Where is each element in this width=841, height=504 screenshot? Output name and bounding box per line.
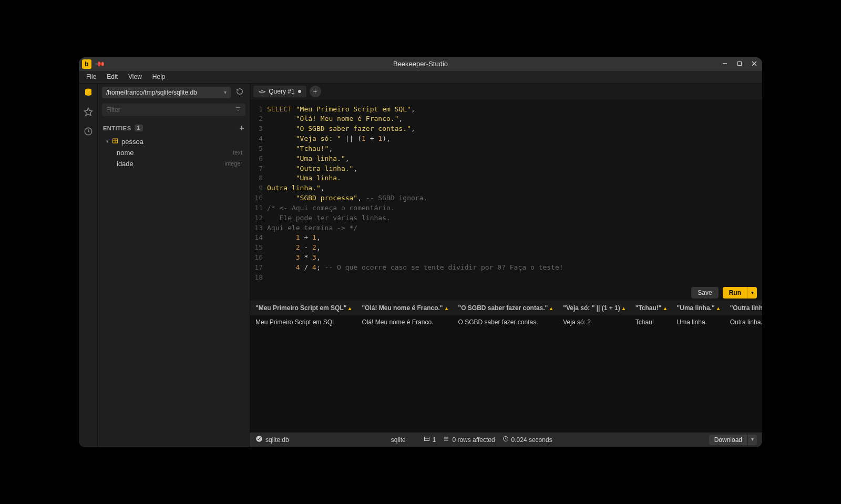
star-icon[interactable]: [84, 107, 93, 118]
results-cell: Uma linha.: [672, 315, 725, 329]
tab-label: Query #1: [269, 88, 294, 95]
chevron-down-icon: ▾: [106, 139, 109, 144]
chevron-down-icon: ▾: [224, 89, 227, 95]
results-column-header[interactable]: "Olá! Meu nome é Franco."▴: [356, 301, 453, 315]
download-button[interactable]: Download: [709, 435, 747, 445]
download-dropdown-button[interactable]: ▾: [747, 435, 757, 445]
side-icon-strip: [79, 84, 98, 447]
results-cell: Olá! Meu nome é Franco.: [356, 315, 453, 329]
menu-view[interactable]: View: [124, 72, 146, 81]
tab-query-1[interactable]: <> Query #1: [253, 86, 306, 97]
clock-icon: [502, 436, 509, 444]
save-button[interactable]: Save: [691, 287, 718, 299]
table-row[interactable]: Meu Primeiro Script em SQLOlá! Meu nome …: [250, 315, 762, 329]
maximize-button[interactable]: [735, 60, 744, 68]
table-icon: [112, 138, 118, 146]
entities-count: 1: [135, 125, 143, 131]
entities-header: ENTITIES 1 +: [98, 118, 250, 136]
editor-code[interactable]: SELECT "Meu Primeiro Script em SQL", "Ol…: [267, 105, 762, 283]
column-name: nome: [117, 149, 134, 157]
editor-gutter: 123456789101112131415161718: [250, 105, 267, 283]
status-rows-affected: 0 rows affected: [452, 436, 495, 444]
status-elapsed: 0.024 seconds: [511, 436, 552, 444]
titlebar[interactable]: b 📌 Beekeeper-Studio: [79, 57, 762, 71]
sql-editor[interactable]: 123456789101112131415161718 SELECT "Meu …: [250, 100, 762, 285]
run-button[interactable]: Run: [723, 287, 747, 299]
results-cell: Meu Primeiro Script em SQL: [250, 315, 356, 329]
menu-help[interactable]: Help: [148, 72, 170, 81]
results-cell: O SGBD saber fazer contas.: [453, 315, 558, 329]
svg-marker-2: [84, 108, 92, 115]
minimize-button[interactable]: [720, 60, 730, 68]
entities-label: ENTITIES: [103, 125, 131, 131]
results-cell: Tchau!: [630, 315, 672, 329]
run-bar: Save Run ▾: [250, 285, 762, 301]
menu-file[interactable]: File: [82, 72, 100, 81]
connection-dropdown[interactable]: /home/franco/tmp/sqlite/sqlite.db ▾: [102, 87, 231, 98]
main-panel: <> Query #1 + 12345678910111213141516171…: [250, 84, 762, 447]
menubar: File Edit View Help: [79, 71, 762, 84]
code-icon: <>: [259, 88, 265, 95]
check-icon: [255, 435, 263, 444]
results-column-header[interactable]: "Tchau!"▴: [630, 301, 672, 315]
run-dropdown-button[interactable]: ▾: [747, 287, 757, 299]
add-entity-button[interactable]: +: [239, 124, 244, 133]
results-column-header[interactable]: "Meu Primeiro Script em SQL"▴: [250, 301, 356, 315]
close-button[interactable]: [750, 60, 759, 68]
results-cell: Outra linha.: [725, 315, 762, 329]
column-item[interactable]: nome text: [101, 147, 247, 158]
results-header-row: "Meu Primeiro Script em SQL"▴"Olá! Meu n…: [250, 301, 762, 315]
results-cell: Veja só: 2: [558, 315, 630, 329]
database-icon[interactable]: [84, 88, 93, 99]
app-window: b 📌 Beekeeper-Studio File Edit View Help: [79, 57, 762, 447]
add-tab-button[interactable]: +: [310, 86, 321, 97]
results-table: "Meu Primeiro Script em SQL"▴"Olá! Meu n…: [250, 301, 762, 329]
window-title: Beekeeper-Studio: [393, 60, 448, 68]
results-panel[interactable]: "Meu Primeiro Script em SQL"▴"Olá! Meu n…: [250, 301, 762, 433]
table-item-pessoa[interactable]: ▾ pessoa: [101, 136, 247, 147]
svg-rect-11: [424, 437, 429, 441]
entity-tree: ▾ pessoa nome text idade integer: [98, 136, 250, 169]
refresh-icon[interactable]: [234, 88, 245, 97]
column-name: idade: [117, 160, 134, 168]
tab-bar: <> Query #1 +: [250, 84, 762, 100]
unsaved-dot-icon: [298, 90, 301, 93]
pin-icon[interactable]: 📌: [94, 58, 106, 70]
column-type: integer: [224, 160, 242, 167]
filter-input[interactable]: [102, 104, 245, 116]
history-icon[interactable]: [84, 127, 93, 138]
affected-icon: [443, 436, 449, 444]
connection-path: /home/franco/tmp/sqlite/sqlite.db: [106, 89, 197, 96]
results-column-header[interactable]: "O SGBD saber fazer contas."▴: [453, 301, 558, 315]
status-bar: sqlite.db sqlite 1 0 rows affected: [250, 433, 762, 447]
results-column-header[interactable]: "Veja só: " || (1 + 1)▴: [558, 301, 630, 315]
status-db-type: sqlite: [391, 436, 406, 444]
svg-rect-0: [738, 61, 742, 65]
app-logo-icon: b: [82, 59, 91, 69]
table-name: pessoa: [121, 138, 143, 146]
menu-edit[interactable]: Edit: [102, 72, 122, 81]
rows-icon: [424, 436, 430, 444]
column-type: text: [233, 149, 242, 156]
status-db-name: sqlite.db: [265, 436, 289, 444]
results-column-header[interactable]: "Uma linha."▴: [672, 301, 725, 315]
results-column-header[interactable]: "Outra linha."▴: [725, 301, 762, 315]
column-item[interactable]: idade integer: [101, 158, 247, 169]
sidebar: /home/franco/tmp/sqlite/sqlite.db ▾ ENTI…: [98, 84, 250, 447]
status-row-count: 1: [433, 436, 436, 444]
